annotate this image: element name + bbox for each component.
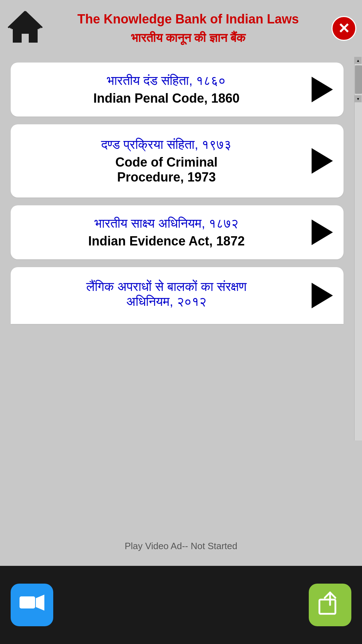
law-4-hindi: लैंगिक अपराधों से बालकों का संरक्षणअधिनि… [21, 279, 312, 309]
scrollbar-down-arrow[interactable]: ▼ [355, 95, 362, 102]
home-icon[interactable] [6, 7, 45, 50]
svg-rect-6 [20, 596, 35, 608]
ad-bar: Play Video Ad-- Not Started [0, 537, 362, 555]
arrow-triangle-icon-4 [312, 283, 333, 308]
law-1-hindi: भारतीय दंड संहिता, १८६० [21, 73, 312, 88]
law-2-hindi: दण्ड प्रक्रिया संहिता, १९७३ [21, 137, 312, 152]
header: The Knowledge Bank of Indian Laws भारतीय… [0, 0, 362, 57]
ad-text: Play Video Ad-- Not Started [125, 541, 237, 551]
law-card-1[interactable]: भारतीय दंड संहिता, १८६० Indian Penal Cod… [11, 63, 344, 117]
scrollbar-thumb[interactable] [355, 65, 362, 94]
svg-rect-8 [319, 600, 335, 614]
law-2-english: Code of CriminalProcedure, 1973 [21, 155, 312, 185]
law-card-3[interactable]: भारतीय साक्ष्य अधिनियम, १८७२ Indian Evid… [11, 205, 344, 259]
header-text: The Knowledge Bank of Indian Laws भारतीय… [45, 10, 331, 47]
scrollbar-up-arrow[interactable]: ▲ [355, 57, 362, 64]
share-button[interactable] [309, 584, 351, 626]
title-english: The Knowledge Bank of Indian Laws [45, 10, 331, 28]
law-list: भारतीय दंड संहिता, १८६० Indian Penal Cod… [0, 57, 354, 330]
video-call-button[interactable] [11, 584, 53, 626]
law-card-2[interactable]: दण्ड प्रक्रिया संहिता, १९७३ Code of Crim… [11, 124, 344, 197]
law-card-3-arrow [312, 222, 333, 243]
bottom-bar [0, 566, 362, 644]
svg-marker-7 [36, 595, 44, 611]
share-icon [318, 591, 342, 619]
law-card-3-text: भारतीय साक्ष्य अधिनियम, १८७२ Indian Evid… [21, 216, 312, 249]
title-hindi: भारतीय कानून की ज्ञान बैंक [45, 29, 331, 47]
law-card-1-arrow [312, 79, 333, 100]
law-card-4[interactable]: लैंगिक अपराधों से बालकों का संरक्षणअधिनि… [11, 267, 344, 324]
law-card-2-arrow [312, 150, 333, 172]
law-card-1-text: भारतीय दंड संहिता, १८६० Indian Penal Cod… [21, 73, 312, 106]
scrollbar-track: ▲ ▼ [354, 57, 362, 440]
close-button[interactable]: ✕ [331, 16, 356, 41]
law-3-hindi: भारतीय साक्ष्य अधिनियम, १८७२ [21, 216, 312, 231]
arrow-triangle-icon [312, 77, 333, 102]
law-3-english: Indian Evidence Act, 1872 [21, 234, 312, 249]
arrow-triangle-icon-2 [312, 148, 333, 174]
law-card-4-text: लैंगिक अपराधों से बालकों का संरक्षणअधिनि… [21, 279, 312, 312]
arrow-triangle-icon-3 [312, 220, 333, 245]
video-camera-icon [20, 593, 44, 617]
close-icon: ✕ [338, 21, 350, 36]
law-1-english: Indian Penal Code, 1860 [21, 91, 312, 106]
law-card-2-text: दण्ड प्रक्रिया संहिता, १९७३ Code of Crim… [21, 137, 312, 185]
law-card-4-arrow [312, 285, 333, 306]
